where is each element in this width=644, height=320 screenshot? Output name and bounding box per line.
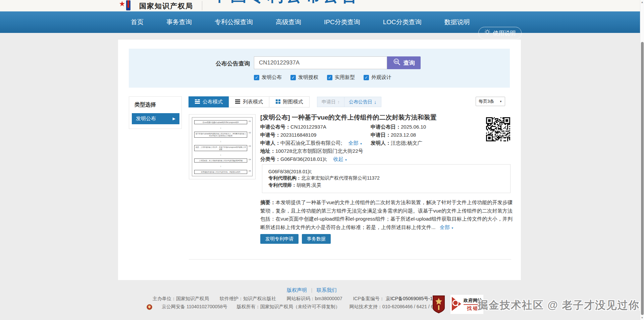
chevron-down-icon: ▼: [360, 142, 363, 145]
checked-checkbox-icon: ✓: [364, 75, 369, 80]
site-title: 中国专利公布公告: [212, 0, 360, 4]
tab-list-mode[interactable]: 列表模式: [229, 96, 269, 107]
checkbox-invention-grant[interactable]: ✓ 发明授权: [290, 74, 318, 81]
flowchart-step: 若是，上传所述目标上传文件，并基于所述el-progress组件获取上传进度 0…: [194, 145, 251, 151]
scrollbar-thumb[interactable]: [641, 42, 644, 315]
footer-links: 版权声明 联系我们: [287, 287, 337, 293]
inventor-value: 汪忠德;杨文广: [391, 140, 422, 146]
affairs-data-button[interactable]: 事务数据: [302, 234, 331, 244]
field-row: 地址：100728北京市朝阳区朝阳门北大街22号: [260, 147, 508, 155]
inventor-label: 发明人：: [371, 140, 391, 146]
vertical-scrollbar[interactable]: ▲ ▼: [640, 0, 644, 320]
footer-software-maintainer: 软件维护：知识产权出版社: [220, 296, 276, 301]
abstract-text: 本发明提供了一种基于vue的文件上传组件的二次封装方法和装置，解决了针对于文件上…: [260, 199, 513, 230]
scroll-up-icon[interactable]: ▲: [640, 1, 644, 4]
tab-figure-mode[interactable]: 附图模式: [269, 96, 310, 107]
chevron-down-icon: ▼: [499, 100, 502, 103]
watermark-text: 掘金技术社区 @ 老子才没见过你的小熊: [478, 298, 644, 312]
help-button-label: 使用说明: [493, 29, 516, 37]
footer-psb-number: 京公网安备 11040102700058号: [162, 304, 227, 310]
nav-item-gazette-query[interactable]: 专利公报查询: [215, 18, 253, 27]
public-security-badge-icon: [147, 304, 152, 310]
checked-checkbox-icon: ✓: [254, 75, 259, 80]
checked-checkbox-icon: ✓: [290, 75, 296, 80]
nav-item-ipc-query[interactable]: IPC分类查询: [324, 18, 360, 27]
nav-item-advanced-query[interactable]: 高级查询: [276, 18, 301, 27]
help-button[interactable]: 使用说明: [478, 27, 522, 39]
flowchart-step-number: 01: [247, 120, 251, 122]
top-header-strip: 国家知识产权局 中国专利公布公告: [0, 0, 640, 11]
page-size-select[interactable]: 每页3条 ▼: [476, 97, 505, 106]
patent-fields: 申请公布号：CN120122937A 申请公布日：2025.06.10 申请号：…: [260, 123, 508, 163]
result-divider: [189, 259, 511, 260]
tab-label: 公布模式: [203, 99, 223, 105]
search-button[interactable]: 查询: [387, 56, 421, 69]
agency-label: 专利代理机构：: [268, 175, 301, 181]
nav-item-home[interactable]: 首页: [131, 18, 144, 27]
field-row: 分类号：G06F8/36(2018.01)I; 收起 ▼: [260, 155, 508, 163]
page-size-value: 每页3条: [479, 98, 494, 104]
agent-info-box: G06F8/38(2018.01)I; 专利代理机构：北京聿宏知识产权代理有限公…: [262, 164, 511, 193]
tab-label: 附图模式: [283, 99, 303, 105]
applicant-value: 中国石油化工股份有限公司;: [280, 140, 342, 146]
flowchart-step-number: 05: [247, 170, 251, 172]
flowchart-box: 若是，上传所述目标上传文件，并基于所述el-progress组件获取上传进度: [194, 145, 247, 151]
sort-by-application-date[interactable]: 申请日 ↑: [317, 97, 344, 107]
classification-value: G06F8/36(2018.01)I;: [280, 156, 327, 162]
agency-name: 国家知识产权局: [139, 1, 193, 11]
abstract-expand-link[interactable]: 全部 ▼: [440, 224, 454, 230]
checkbox-utility-model[interactable]: ✓ 实用新型: [327, 74, 355, 81]
applicant-label: 申请人：: [260, 140, 280, 146]
sort-label: 申请日: [322, 99, 336, 105]
flowchart-step: 在vue页面中创建el-upload组件和el-progress组件 01: [194, 120, 251, 124]
search-input[interactable]: [254, 56, 387, 69]
nav-item-data-notes[interactable]: 数据说明: [444, 18, 470, 27]
agency-value: 北京聿宏知识产权代理有限公司11372: [301, 175, 380, 181]
nav-item-loc-query[interactable]: LOC分类查询: [383, 18, 422, 27]
scroll-down-icon[interactable]: ▼: [640, 316, 644, 319]
error-report-magnifier-icon: [450, 295, 463, 314]
grid-view-icon: [276, 99, 280, 105]
agent-label: 专利代理师：: [268, 182, 297, 188]
classification-label: 分类号：: [260, 156, 280, 162]
sidebar-item-invention-publication[interactable]: 发明公布 ▶: [132, 113, 179, 124]
agent-value: 胡晓男;吴昊: [297, 182, 321, 188]
patent-title[interactable]: [发明公布] 一种基于vue的文件上传组件的二次封装方法和装置: [260, 113, 437, 122]
agent-row: 专利代理师：胡晓男;吴昊: [268, 182, 504, 188]
tab-publication-mode[interactable]: 公布模式: [189, 96, 229, 107]
logo-divider: [202, 1, 202, 10]
classification-collapse-link[interactable]: 收起 ▼: [333, 156, 347, 162]
action-buttons: 发明专利申请 事务数据: [260, 234, 331, 244]
checkbox-label: 实用新型: [335, 74, 355, 81]
flowchart-step: 对存储的所述目标上传文件进行封装，并获得vue组件 05: [194, 170, 251, 174]
app-no-value: 2023116848109: [280, 132, 316, 138]
chevron-right-icon: ▶: [173, 117, 175, 121]
sidebar-item-label: 发明公布: [136, 116, 156, 122]
address-label: 地址：: [260, 148, 275, 154]
checkbox-invention-publication[interactable]: ✓ 发明公布: [254, 74, 282, 81]
flowchart-arrow-icon: ↓: [194, 140, 247, 142]
checkbox-design[interactable]: ✓ 外观设计: [364, 74, 391, 81]
invention-application-button[interactable]: 发明专利申请: [260, 234, 299, 244]
detail-view-icon: [195, 99, 200, 105]
footer-icp-number: 京ICP备05069085号-14: [386, 296, 435, 301]
magnifier-chart-icon: [393, 58, 401, 67]
nav-item-affairs-query[interactable]: 事务查询: [166, 18, 192, 27]
government-emblem-icon: [432, 295, 445, 315]
app-date-value: 2023.12.08: [391, 132, 416, 138]
copyright-statement-link[interactable]: 版权声明: [287, 287, 307, 293]
sort-controls: 申请日 ↑ 公布公告日 ↓: [317, 97, 381, 107]
footer-site-id: 网站标识码：bm38000007: [287, 296, 342, 301]
checked-checkbox-icon: ✓: [327, 75, 332, 80]
flowchart: 在vue页面中创建el-upload组件和el-progress组件 01 ↓ …: [192, 117, 253, 176]
patent-figure-thumbnail[interactable]: 在vue页面中创建el-upload组件和el-progress组件 01 ↓ …: [189, 114, 256, 179]
sort-by-publication-date[interactable]: 公布公告日 ↓: [344, 97, 381, 107]
nipa-logo-icon: [119, 0, 136, 11]
contact-us-link[interactable]: 联系我们: [317, 287, 337, 293]
applicant-expand-link[interactable]: 全部 ▼: [348, 140, 362, 146]
flowchart-step-number: 03: [247, 145, 251, 147]
collapse-link-label: 收起: [333, 156, 343, 162]
search-panel: 公布公告查询 查询 ✓ 发明公布 ✓ 发明授权: [129, 49, 510, 88]
footer-copyright-owner: 版权所有：国家知识产权局（未经许可不得复制）: [237, 304, 340, 310]
footer-icp-label: ICP备案编号：: [353, 296, 384, 301]
